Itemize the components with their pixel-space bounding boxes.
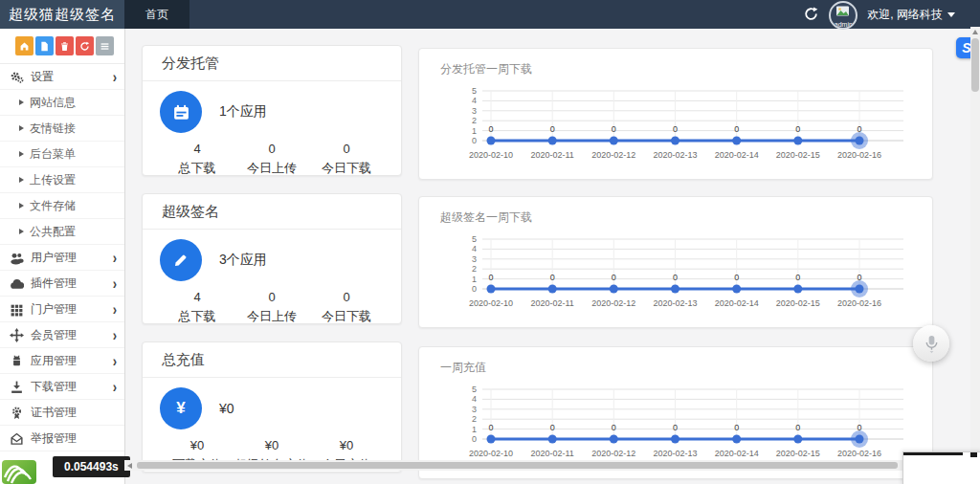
svg-text:0: 0 [612,124,616,134]
svg-text:0: 0 [795,124,800,134]
chart-card-hosting-weekly: 分发托管一周下载 0123452020-02-102020-02-112020-… [418,48,933,180]
triangle-bullet-icon [19,177,24,183]
file-button[interactable] [35,36,54,55]
stat-value: ¥0 [234,438,309,452]
microphone-icon [923,334,941,354]
sidebar-item-label: 下载管理 [31,379,77,395]
svg-text:3: 3 [472,106,477,116]
stat-value: 0 [309,290,384,304]
sidebar-item-friend-links[interactable]: 友情链接 [0,116,124,142]
sidebar-item-member-management[interactable]: 会员管理 › [0,322,124,348]
svg-text:2020-02-10: 2020-02-10 [469,150,513,160]
svg-text:2020-02-16: 2020-02-16 [837,449,881,458]
svg-text:0: 0 [488,273,493,282]
recharge-total: ¥0 [219,401,234,416]
stat-label: 今日下载 [309,308,384,325]
sidebar-item-upload-settings[interactable]: 上传设置 [0,167,124,193]
grid-icon [10,302,24,317]
line-chart-signature-weekly[interactable]: 0123452020-02-102020-02-112020-02-122020… [419,231,932,319]
chevron-right-icon: › [113,352,117,369]
sidebar-item-file-storage[interactable]: 文件存储 [0,193,124,219]
sidebar-item-label: 用户管理 [31,250,77,266]
svg-text:0: 0 [673,423,678,432]
svg-text:1: 1 [472,425,477,434]
home-button[interactable] [15,36,33,55]
triangle-bullet-icon [19,151,24,157]
welcome-text: 欢迎, 网络科技 [867,7,943,23]
cloud-icon [10,276,24,291]
stat-value: ¥0 [160,438,234,452]
sidebar-item-site-info[interactable]: 网站信息 [0,90,124,116]
card-total-recharge: 总充值 ¥ ¥0 ¥0 下载充值 ¥0 超级签名充值 ¥0 今日充值 [142,341,402,473]
sidebar-item-label: 网站信息 [30,95,76,111]
home-icon [19,41,30,52]
stat-total-downloads: 4 总下载 [160,142,234,177]
svg-text:0: 0 [857,273,861,282]
sidebar-menu: 设置 › 网站信息 友情链接 后台菜单 上传设置 文件存储 [0,64,124,451]
chart-title: 超级签名一周下载 [419,197,932,226]
sidebar-item-download-management[interactable]: 下载管理 › [0,374,124,400]
sidebar-item-plugin-management[interactable]: 插件管理 › [0,271,124,297]
sidebar-item-admin-menu[interactable]: 后台菜单 [0,142,124,167]
line-chart-recharge-weekly[interactable]: 0123452020-02-102020-02-112020-02-122020… [419,382,932,470]
svg-text:2020-02-13: 2020-02-13 [653,449,697,458]
scroll-left-arrow-icon[interactable] [127,463,132,469]
sidebar-item-label: 举报管理 [31,430,77,447]
stat-value: 0 [309,142,384,156]
svg-text:0: 0 [734,124,739,134]
card-distribution-hosting: 分发托管 1个应用 4 总下载 0 今日上传 0 今日下载 [142,45,402,176]
card-title: 分发托管 [143,46,401,81]
svg-text:3: 3 [472,405,477,414]
vertical-scroll-thumb[interactable] [971,38,979,92]
sidebar-item-certificate-management[interactable]: 证书管理 [0,400,124,426]
trash-icon [59,41,70,52]
scroll-up-arrow-icon[interactable] [972,30,978,34]
vertical-scrollbar[interactable] [970,27,980,484]
sidebar-item-app-management[interactable]: 应用管理 › [0,348,124,374]
avatar[interactable]: admin [829,1,858,30]
svg-text:5: 5 [472,86,477,96]
android-icon [10,354,24,368]
chart-title: 一周充值 [419,347,932,376]
sidebar-item-user-management[interactable]: 用户管理 › [0,245,124,271]
user-menu[interactable]: 欢迎, 网络科技 [867,7,955,23]
top-navbar: 超级猫超级签名 首页 admin 欢迎, 网络科技 [0,0,980,29]
svg-text:2020-02-11: 2020-02-11 [531,150,574,160]
pencil-icon [160,239,202,281]
tab-home[interactable]: 首页 [124,0,189,29]
horizontal-scrollbar[interactable] [124,460,970,471]
svg-text:1: 1 [472,126,477,136]
thinkphp-logo [2,460,36,484]
sidebar-item-settings[interactable]: 设置 › [0,64,124,90]
microphone-button[interactable] [913,325,949,362]
file-icon [39,41,50,52]
chevron-right-icon: › [113,378,117,395]
svg-text:0: 0 [734,273,739,282]
svg-text:2020-02-13: 2020-02-13 [653,298,697,308]
triangle-bullet-icon [19,203,24,209]
stat-value: ¥0 [309,438,384,452]
svg-text:2020-02-13: 2020-02-13 [653,150,697,160]
app-count: 1个应用 [219,103,267,121]
svg-text:4: 4 [472,394,477,404]
svg-text:2: 2 [472,414,477,424]
sidebar-item-public-config[interactable]: 公共配置 [0,219,124,245]
dashboard-page: 超级猫超级签名 首页 admin 欢迎, 网络科技 [0,0,980,484]
refresh-icon[interactable] [804,7,819,22]
svg-text:5: 5 [472,385,477,394]
svg-text:1: 1 [472,275,477,284]
horizontal-scroll-thumb[interactable] [137,462,898,469]
list-button[interactable] [96,36,114,55]
sidebar-item-label: 文件存储 [30,198,76,214]
sidebar-item-label: 后台菜单 [30,146,76,163]
trash-button[interactable] [56,36,74,55]
svg-text:0: 0 [472,136,477,145]
sidebar-item-portal-management[interactable]: 门户管理 › [0,297,124,322]
svg-text:0: 0 [472,284,477,294]
line-chart-hosting-weekly[interactable]: 0123452020-02-102020-02-112020-02-122020… [419,83,932,171]
sidebar-item-report-management[interactable]: 举报管理 [0,426,124,451]
stat-value: 4 [160,142,234,156]
stat-today-downloads: 0 今日下载 [309,290,384,325]
svg-text:0: 0 [550,423,555,432]
clear-cache-button[interactable] [76,36,94,55]
